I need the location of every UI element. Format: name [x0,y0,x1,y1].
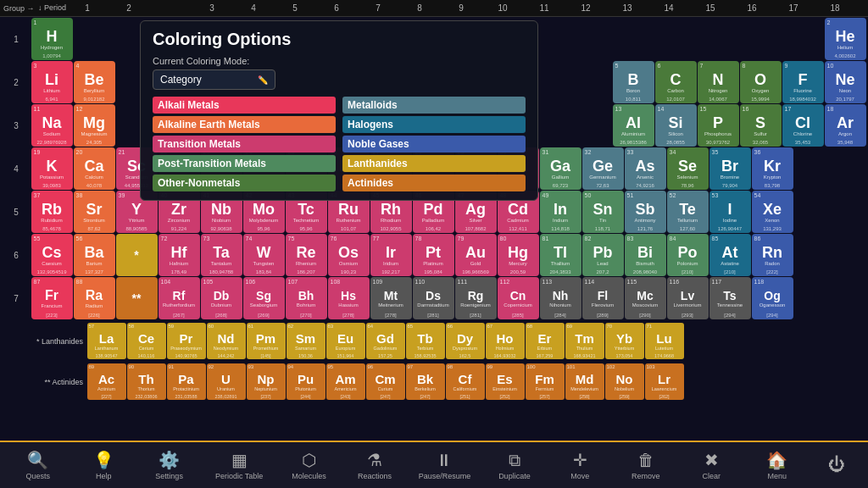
tool-quests[interactable]: 🔍 Quests [14,450,61,480]
tool-reactions[interactable]: ⚗ Reactions [351,450,398,480]
element-Nd[interactable]: 60NdNeodymium144,242 [207,323,246,359]
element-Ta[interactable]: 73TaTantalum180,94788 [201,234,242,276]
element-Fr[interactable]: 87FrFrancium[223] [31,277,73,319]
element-Mc[interactable]: 115McMoscovium[290] [625,277,666,319]
element-Tb[interactable]: 65TbTerbium158,92535 [406,323,445,359]
element-At[interactable]: 85AtAstatine[210] [709,234,751,276]
element-Ce[interactable]: 58CeCerium140,116 [127,323,166,359]
element-Pt[interactable]: 78PtPlatinum195,084 [413,234,454,276]
element-H[interactable]: 1 H Hydrogen 1,00794 [31,18,73,60]
element-Na[interactable]: 11NaSodium22,98976928 [31,104,73,147]
element-Gd[interactable]: 64GdGadolinium157,25 [366,323,405,359]
element-Kr[interactable]: 36KrKrypton83,798 [752,147,793,190]
element-Cl[interactable]: 17ClChlorine35,453 [782,104,824,147]
legend-transition-metals[interactable]: Transition Metals [153,136,336,152]
element-Es[interactable]: 99EsEinsteinium[252] [486,363,525,400]
element-Cn[interactable]: 112CnCopernicium[285] [498,277,539,319]
legend-metalloids[interactable]: Metalloids [342,97,526,114]
element-Pr[interactable]: 59PrPraseodymium140,90765 [167,323,206,359]
legend-other-nonmetals[interactable]: Other-Nonmetals [153,175,336,191]
element-Ca[interactable]: 20CaCalcium40,078 [74,147,115,190]
element-Sn[interactable]: 50SnTin118,71 [582,191,624,233]
element-Te[interactable]: 52TeTellurium127,60 [667,191,709,233]
tool-molecules[interactable]: ⬡ Molecules [286,450,332,480]
element-Am[interactable]: 95AmAmericium[243] [326,363,365,400]
tool-power[interactable]: ⏻ [820,455,854,476]
element-He[interactable]: 2 He Helium 4,002602 [825,18,866,60]
element-Lv[interactable]: 116LvLivermorium[293] [667,277,709,319]
element-Rn[interactable]: 86RnRadon[222] [752,234,793,276]
element-Fm[interactable]: 100FmFermium[257] [526,363,565,400]
element-Np[interactable]: 93NpNeptunium[237] [247,363,286,400]
element-Cf[interactable]: 98CfCalifornium[251] [446,363,485,400]
element-Lr[interactable]: 103LrLawrencium[262] [645,363,684,400]
element-Ac[interactable]: 89AcActinium[227] [87,363,126,400]
element-Pa[interactable]: 91PaProtactinium231,03588 [167,363,206,400]
element-Pb[interactable]: 82PbLead207,2 [582,234,624,276]
tool-periodic-table[interactable]: ▦ Periodic Table [212,450,267,480]
element-Po[interactable]: 84PoPolonium[210] [667,234,709,276]
element-Sg[interactable]: 106SgSeaborgium[269] [243,277,285,319]
element-Br[interactable]: 35BrBromine79,904 [709,147,751,190]
legend-halogens[interactable]: Halogens [342,116,526,133]
legend-lanthanides[interactable]: Lanthanides [342,155,526,172]
element-N[interactable]: 7NNitrogen14,0067 [698,61,739,103]
element-Ar[interactable]: 18ArArgon35,948 [825,104,866,147]
element-Ne[interactable]: 10NeNeon20,1797 [825,61,866,103]
element-Sb[interactable]: 51SbAntimony121,76 [625,191,666,233]
element-Er[interactable]: 68ErErbium167,259 [526,323,565,359]
element-W[interactable]: 74WTungsten183,84 [243,234,285,276]
element-Ir[interactable]: 77IrIridium192,217 [370,234,412,276]
element-Al[interactable]: 13AlAluminium26,9815386 [613,104,654,147]
element-C[interactable]: 6CCarbon12,0107 [655,61,697,103]
legend-post-transition[interactable]: Post-Transition Metals [153,155,336,172]
element-Og[interactable]: 118OgOganesson[294] [752,277,793,319]
element-U[interactable]: 92UUranium238,02891 [207,363,246,400]
tool-duplicate[interactable]: ⧉ Duplicate [491,451,537,480]
element-Se[interactable]: 34SeSelenium78,96 [667,147,709,190]
element-Db[interactable]: 105DbDubnium[268] [201,277,242,319]
tool-menu[interactable]: 🏠 Menu [754,450,800,480]
element-Li[interactable]: 3LiLithium6,941 [31,61,73,103]
element-Eu[interactable]: 63EuEuropium151,964 [326,323,365,359]
element-Bi[interactable]: 83BiBismuth208,98040 [625,234,666,276]
legend-alkali-metals[interactable]: Alkali Metals [153,97,336,114]
element-Rg[interactable]: 111RgRoentgenium[281] [455,277,497,319]
element-In[interactable]: 49InIndium114,818 [540,191,581,233]
element-Au[interactable]: 79AuGold196,966569 [455,234,497,276]
element-No[interactable]: 102NoNobelium[259] [605,363,644,400]
element-O[interactable]: 8OOxygen15,9994 [740,61,782,103]
element-Bk[interactable]: 97BkBerkelium[247] [406,363,445,400]
tool-remove[interactable]: 🗑 Remove [622,451,669,480]
tool-help[interactable]: 💡 Help [81,450,127,480]
element-F[interactable]: 9FFluorine18,9984032 [782,61,824,103]
tool-settings[interactable]: ⚙️ Settings [146,450,192,480]
element-I[interactable]: 53IIodine126,90447 [709,191,751,233]
element-Pm[interactable]: 61PmPromethium[145] [247,323,286,359]
element-Ra[interactable]: 88RaRadium[226] [74,277,115,319]
element-Re[interactable]: 75ReRhenium186,207 [286,234,327,276]
element-Ts[interactable]: 117TsTennessine[294] [709,277,751,319]
element-Xe[interactable]: 54XeXenon131,293 [752,191,793,233]
element-Si[interactable]: 14SiSilicon28,0855 [655,104,697,147]
element-Mg[interactable]: 12MgMagnesium24,305 [74,104,115,147]
element-K[interactable]: 19KPotassium39,0983 [31,147,73,190]
legend-alkaline-earth[interactable]: Alkaline Earth Metals [153,116,336,133]
element-Tl[interactable]: 81TlThallium204,3833 [540,234,581,276]
element-Os[interactable]: 76OsOsmium190,23 [328,234,370,276]
element-Ba[interactable]: 56BaBarium137,327 [74,234,115,276]
element-Bh[interactable]: 107BhBohrium[270] [286,277,327,319]
tool-move[interactable]: ✛ Move [557,450,604,480]
legend-noble-gases[interactable]: Noble Gases [342,136,526,152]
element-Th[interactable]: 90ThThorium232,03806 [127,363,166,400]
element-Mt[interactable]: 109MtMeitnerium[278] [370,277,412,319]
element-Lu[interactable]: 71LuLutetium174,9668 [645,323,684,359]
element-Rb[interactable]: 37RbRubidium85,4678 [31,191,73,233]
element-Sr[interactable]: 38SrStrontium87,62 [74,191,115,233]
element-B[interactable]: 5BBoron10,811 [613,61,654,103]
element-S[interactable]: 16SSulfur32,065 [740,104,782,147]
element-Fl[interactable]: 114FlFlerovium[289] [582,277,624,319]
element-P[interactable]: 15PPhosphorus30,973762 [698,104,739,147]
element-Rf[interactable]: 104RfRutherfordium[267] [159,277,200,319]
tool-clear[interactable]: ✖ Clear [688,450,735,480]
